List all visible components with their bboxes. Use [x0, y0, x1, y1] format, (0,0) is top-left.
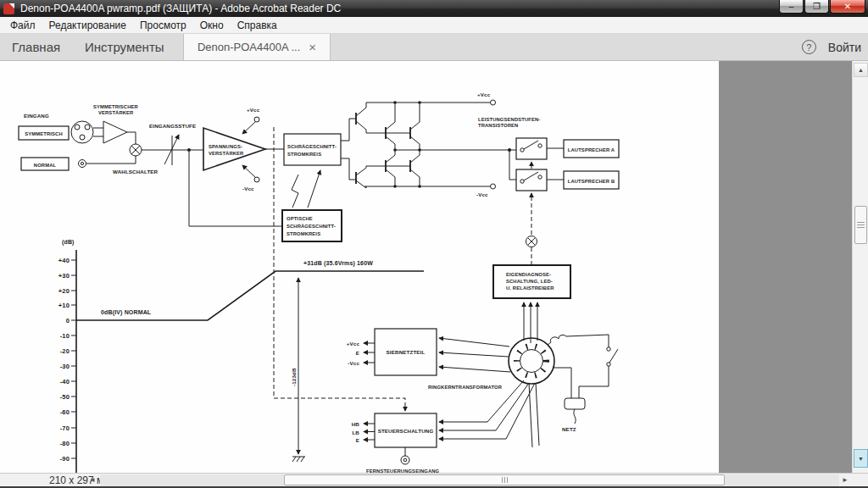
- tab-home[interactable]: Главная: [3, 34, 69, 60]
- label-max-level: +31dB (35.6Vrms) 160W: [303, 260, 373, 267]
- ground-icon: [292, 457, 305, 462]
- close-icon: ✕: [844, 3, 851, 11]
- scroll-down-button[interactable]: ▼: [854, 449, 868, 468]
- help-icon[interactable]: ?: [802, 40, 816, 54]
- tick-label: -90: [60, 455, 70, 463]
- tick-label: -10: [60, 332, 70, 340]
- scroll-right-icon[interactable]: ►: [842, 476, 849, 484]
- scroll-down-icon: ▼: [858, 456, 864, 462]
- menu-edit[interactable]: Редактирование: [42, 17, 133, 33]
- label-normal: NORMAL: [34, 163, 57, 168]
- window-controls: – ❐ ✕: [779, 0, 865, 14]
- tick-label: -50: [60, 393, 70, 401]
- scroll-up-icon: ▲: [858, 67, 864, 73]
- tab-close-icon[interactable]: ×: [309, 40, 316, 54]
- label-range-note: -123dB: [291, 368, 297, 386]
- label-schraeg-1: SCHRÄGESCHNITT-: [287, 144, 337, 149]
- label-steuerschaltung: STEUERSCHALTUNG: [378, 428, 434, 434]
- sign-in-button[interactable]: Войти: [828, 41, 861, 54]
- label-opt-3: STROMKREIS: [287, 231, 320, 236]
- label-opt-1: OPTISCHE: [287, 216, 313, 221]
- tab-tools[interactable]: Инструменты: [76, 34, 173, 60]
- tick-label: -40: [60, 378, 70, 385]
- menu-help[interactable]: Справка: [231, 17, 284, 33]
- restore-button[interactable]: ❐: [804, 0, 829, 14]
- remote-jack-icon: [401, 456, 409, 464]
- tick-label: +10: [58, 302, 70, 309]
- block-speaker-relays: LAUTSPRECHER A LAUTSPRECHER B: [509, 138, 619, 264]
- schematic-diagram: EINGANG SYMMETRISCH NORMAL SYMMETRISCHER…: [0, 61, 719, 473]
- block-eigendiagnose: EIGENDIAGNOSE- SCHALTUNG, LED- U. RELAIS…: [493, 265, 570, 343]
- label-ctrl-e: E: [356, 437, 359, 443]
- label-symmetrisch: SYMMETRISCH: [25, 131, 62, 136]
- menu-window[interactable]: Окно: [193, 17, 231, 33]
- label-psu-vcc-minus: -Vcc: [348, 360, 359, 366]
- tick-label: -20: [60, 347, 70, 355]
- tick-label: +30: [58, 272, 70, 280]
- block-spannungsverstaerker: SPANNUNGS- VERSTÄRKER +Vcc -Vcc: [189, 107, 284, 226]
- horizontal-scroll-thumb[interactable]: [284, 474, 725, 485]
- tab-bar: Главная Инструменты Denon-POA4400A ... ×…: [0, 34, 868, 61]
- gain-graph: (dB) +40 +30 +20 +10 0 -10 -20 -30 -40 -…: [58, 239, 424, 473]
- label-lautsprecher-a: LAUTSPRECHER A: [568, 147, 615, 152]
- label-vcc-minus-rail: -Vcc: [476, 191, 488, 197]
- label-leistung-1: LEISTUNGSENDSTUFEN-: [478, 117, 540, 122]
- label-symm-verstaerker-1: SYMMETRISCHER: [93, 104, 139, 109]
- tab-document[interactable]: Denon-POA4400A ... ×: [183, 34, 331, 60]
- mains-switch-icon: [609, 349, 618, 363]
- status-bar: 210 x 297 мм ◄ ►: [0, 473, 868, 486]
- label-diag-1: EIGENDIAGNOSE-: [506, 272, 551, 277]
- block-input: EINGANG SYMMETRISCH NORMAL SYMMETRISCHER…: [19, 104, 203, 175]
- menu-file[interactable]: Файл: [3, 17, 42, 33]
- window-title: Denon-POA4400A pwramp.pdf (ЗАЩИТА) - Ado…: [20, 3, 341, 14]
- tab-document-label: Denon-POA4400A ...: [198, 41, 300, 53]
- tick-label: -30: [60, 363, 70, 370]
- label-diag-2: SCHALTUNG, LED-: [506, 279, 553, 284]
- label-db-unit: (dB): [62, 239, 75, 246]
- pdf-page: EINGANG SYMMETRISCH NORMAL SYMMETRISCHER…: [0, 61, 719, 473]
- block-power-supply: SIEBNETZTEIL +Vcc E -Vcc STEUERSCHALTUNG…: [347, 329, 535, 473]
- close-button[interactable]: ✕: [830, 0, 865, 14]
- label-netz: NETZ: [562, 426, 576, 432]
- fuse-icon: [548, 335, 609, 347]
- block-output-stage: +Vcc -Vcc LEISTUNGSENDSTUFEN- TRANSISTOR…: [341, 92, 540, 197]
- horizontal-scrollbar[interactable]: [100, 474, 839, 486]
- label-ctrl-lb: LB: [352, 430, 359, 435]
- label-psu-vcc-plus: +Vcc: [347, 341, 360, 347]
- signin-area: ? Войти: [802, 34, 861, 60]
- optical-link-bolt-icon: [292, 175, 298, 208]
- label-vcc-plus-rail: +Vcc: [477, 92, 491, 97]
- menu-bar: Файл Редактирование Просмотр Окно Справк…: [0, 17, 868, 34]
- label-schraeg-2: STROMKREIS: [287, 152, 321, 157]
- label-vcc-plus-amp: +Vcc: [247, 107, 260, 113]
- label-symm-verstaerker-2: VERSTÄRKER: [98, 110, 134, 115]
- document-background: [719, 61, 852, 473]
- label-spannungs-1: SPANNUNGS-: [209, 144, 242, 149]
- label-siebnetzteil: SIEBNETZTEIL: [387, 349, 426, 355]
- tick-label: -60: [60, 408, 70, 416]
- balanced-amp-triangle: [103, 121, 127, 143]
- title-bar: Denon-POA4400A pwramp.pdf (ЗАЩИТА) - Ado…: [0, 0, 868, 17]
- tick-label: -70: [60, 424, 70, 432]
- scroll-up-button[interactable]: ▲: [854, 63, 868, 77]
- minimize-icon: –: [789, 3, 794, 11]
- tick-label: +40: [58, 257, 70, 264]
- label-lautsprecher-b: LAUTSPRECHER B: [568, 179, 615, 184]
- label-vcc-minus-amp: -Vcc: [242, 186, 254, 191]
- label-opt-2: SCHRÄGESCHNITT-: [287, 224, 336, 229]
- menu-view[interactable]: Просмотр: [133, 17, 193, 33]
- label-eingangsstufe: EINGANGSSTUFE: [149, 123, 196, 129]
- label-diag-3: U. RELAISTREIBER: [506, 286, 554, 291]
- label-ringkern: RINGKERNTRANSFORMATOR: [428, 385, 503, 390]
- vertical-scroll-thumb[interactable]: [854, 206, 867, 244]
- label-ctrl-hb: HB: [352, 421, 360, 427]
- minimize-button[interactable]: –: [779, 0, 804, 14]
- block-bias-circuits: SCHRÄGESCHNITT- STROMKREIS OPTISCHE SCHR…: [282, 134, 342, 241]
- label-spannungs-2: VERSTÄRKER: [209, 151, 244, 156]
- rca-jack-icon: [79, 160, 86, 168]
- label-wahlschalter: WAHLSCHALTER: [113, 169, 159, 175]
- tick-label: -80: [60, 440, 70, 447]
- restore-icon: ❐: [813, 3, 821, 11]
- vertical-scrollbar[interactable]: ▲ ▼: [852, 61, 868, 473]
- scroll-left-icon[interactable]: ◄: [89, 476, 96, 484]
